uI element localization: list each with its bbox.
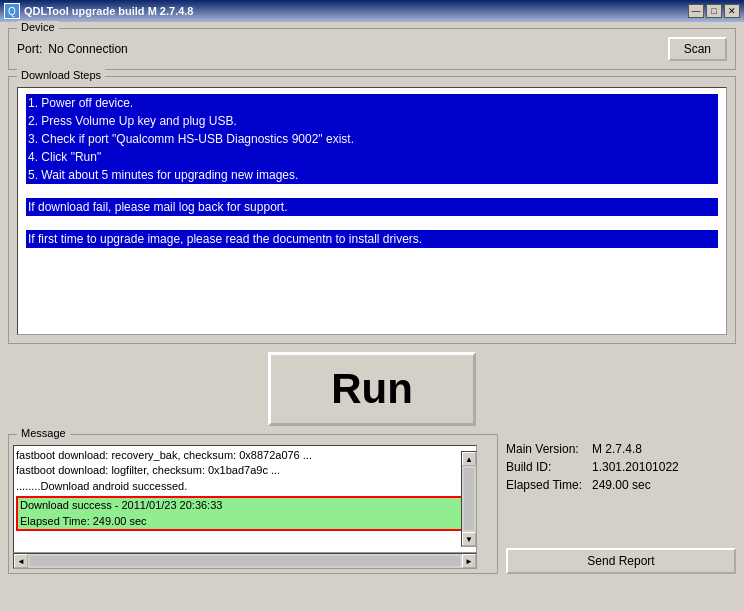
port-label: Port: xyxy=(17,42,42,56)
msg-success-line: Download success - 2011/01/23 20:36:33 xyxy=(18,498,472,513)
device-legend: Device xyxy=(17,21,59,33)
msg-line-1: fastboot download: recovery_bak, checksu… xyxy=(16,448,474,463)
vertical-scrollbar[interactable]: ▲ ▼ xyxy=(461,451,477,547)
step-1: 1. Power off device. xyxy=(26,94,718,112)
step-empty-space xyxy=(26,248,718,328)
download-steps-content: 1. Power off device. 2. Press Volume Up … xyxy=(17,87,727,335)
note-1: If download fail, please mail log back f… xyxy=(26,198,718,216)
main-version-value: M 2.7.4.8 xyxy=(592,442,642,456)
message-content: fastboot download: recovery_bak, checksu… xyxy=(9,435,497,573)
scan-button[interactable]: Scan xyxy=(668,37,727,61)
run-button[interactable]: Run xyxy=(268,352,476,426)
send-report-button[interactable]: Send Report xyxy=(506,548,736,574)
app-icon: Q xyxy=(4,3,20,19)
message-group: Message fastboot download: recovery_bak,… xyxy=(8,434,498,574)
close-button[interactable]: ✕ xyxy=(724,4,740,18)
title-bar-buttons: — □ ✕ xyxy=(688,4,740,18)
message-legend: Message xyxy=(17,427,70,439)
build-id-label: Build ID: xyxy=(506,460,586,474)
msg-line-3: ........Download android successed. xyxy=(16,479,474,494)
title-bar-title: QDLTool upgrade build M 2.7.4.8 xyxy=(24,5,194,17)
device-row: Port: No Connection Scan xyxy=(17,33,727,61)
msg-success-block: Download success - 2011/01/23 20:36:33 E… xyxy=(16,496,474,531)
device-port: Port: No Connection xyxy=(17,42,128,56)
elapsed-time-row: Elapsed Time: 249.00 sec xyxy=(506,478,736,492)
download-steps-legend: Download Steps xyxy=(17,69,105,81)
device-group: Device Port: No Connection Scan xyxy=(8,28,736,70)
horizontal-scrollbar[interactable]: ◄ ► xyxy=(13,553,477,569)
info-rows: Main Version: M 2.7.4.8 Build ID: 1.301.… xyxy=(506,442,736,548)
message-textarea: fastboot download: recovery_bak, checksu… xyxy=(13,445,477,553)
port-value: No Connection xyxy=(48,42,127,56)
title-bar-left: Q QDLTool upgrade build M 2.7.4.8 xyxy=(4,3,194,19)
msg-line-2: fastboot download: logfilter, checksum: … xyxy=(16,463,474,478)
scroll-right-button[interactable]: ► xyxy=(462,554,476,568)
elapsed-time-label: Elapsed Time: xyxy=(506,478,586,492)
scroll-down-button[interactable]: ▼ xyxy=(462,532,476,546)
bottom-section: Message fastboot download: recovery_bak,… xyxy=(8,434,736,574)
scroll-left-button[interactable]: ◄ xyxy=(14,554,28,568)
download-steps-group: Download Steps 1. Power off device. 2. P… xyxy=(8,76,736,344)
msg-elapsed-line: Elapsed Time: 249.00 sec xyxy=(18,514,472,529)
scroll-up-button[interactable]: ▲ xyxy=(462,452,476,466)
build-id-value: 1.301.20101022 xyxy=(592,460,679,474)
step-5: 5. Wait about 5 minutes for upgrading ne… xyxy=(26,166,718,184)
main-window: Device Port: No Connection Scan Download… xyxy=(0,22,744,611)
info-panel: Main Version: M 2.7.4.8 Build ID: 1.301.… xyxy=(506,434,736,574)
run-button-container: Run xyxy=(8,352,736,426)
main-version-row: Main Version: M 2.7.4.8 xyxy=(506,442,736,456)
h-scroll-track xyxy=(30,556,460,566)
scroll-track xyxy=(464,468,474,530)
step-4: 4. Click "Run" xyxy=(26,148,718,166)
build-id-row: Build ID: 1.301.20101022 xyxy=(506,460,736,474)
maximize-button[interactable]: □ xyxy=(706,4,722,18)
title-bar: Q QDLTool upgrade build M 2.7.4.8 — □ ✕ xyxy=(0,0,744,22)
minimize-button[interactable]: — xyxy=(688,4,704,18)
note-2: If first time to upgrade image, please r… xyxy=(26,230,718,248)
step-2: 2. Press Volume Up key and plug USB. xyxy=(26,112,718,130)
step-3: 3. Check if port "Qualcomm HS-USB Diagno… xyxy=(26,130,718,148)
elapsed-time-value: 249.00 sec xyxy=(592,478,651,492)
main-version-label: Main Version: xyxy=(506,442,586,456)
